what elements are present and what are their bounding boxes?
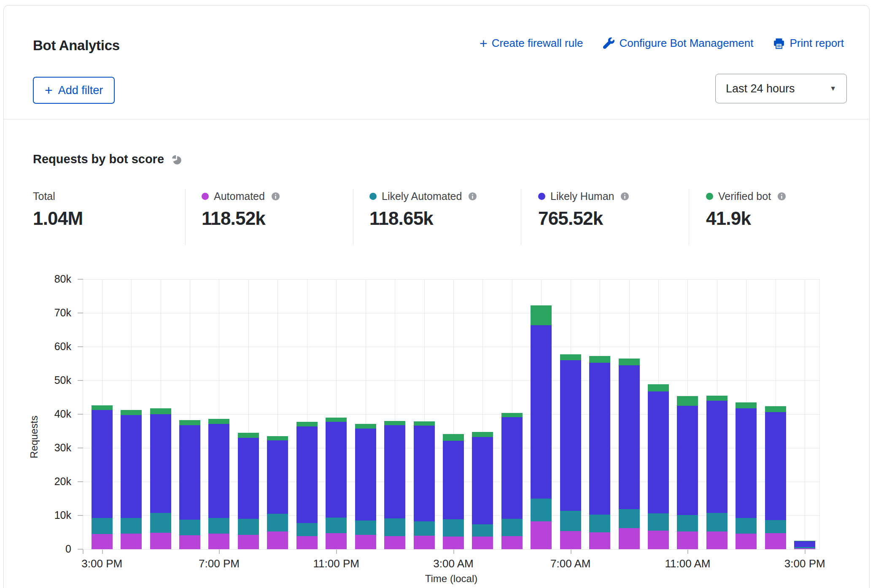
bar-segment-verified-bot[interactable]: [501, 413, 523, 417]
print-report-link[interactable]: Print report: [773, 37, 844, 50]
stacked-bar[interactable]: [472, 432, 493, 549]
bar-segment-likely-automated[interactable]: [414, 521, 435, 536]
bar-segment-verified-bot[interactable]: [150, 408, 171, 414]
bar-segment-automated[interactable]: [560, 531, 581, 549]
bar-segment-automated[interactable]: [150, 533, 171, 549]
stacked-bar[interactable]: [92, 405, 113, 549]
create-firewall-rule-link[interactable]: + Create firewall rule: [480, 37, 583, 50]
bar-segment-verified-bot[interactable]: [706, 396, 728, 401]
bar-segment-automated[interactable]: [384, 536, 405, 549]
bar-segment-likely-automated[interactable]: [238, 519, 259, 535]
bar-segment-likely-automated[interactable]: [121, 518, 142, 534]
bar-segment-verified-bot[interactable]: [121, 410, 142, 415]
stacked-bar[interactable]: [326, 418, 347, 549]
bar-segment-likely-automated[interactable]: [179, 520, 200, 535]
bar-segment-likely-automated[interactable]: [472, 524, 493, 537]
bar-segment-verified-bot[interactable]: [296, 422, 318, 426]
bar-segment-verified-bot[interactable]: [267, 436, 288, 440]
bar-segment-verified-bot[interactable]: [443, 434, 464, 441]
bar-segment-automated[interactable]: [706, 531, 728, 549]
bar-segment-verified-bot[interactable]: [589, 356, 610, 363]
bar-segment-automated[interactable]: [619, 528, 640, 549]
bar-segment-automated[interactable]: [443, 537, 464, 549]
stacked-bar[interactable]: [384, 421, 405, 549]
bar-segment-automated[interactable]: [92, 534, 113, 549]
bar-segment-likely-human[interactable]: [326, 422, 347, 518]
bar-segment-automated[interactable]: [648, 531, 669, 549]
bar-segment-likely-human[interactable]: [238, 438, 259, 519]
bar-segment-automated[interactable]: [326, 533, 347, 549]
info-icon[interactable]: [777, 192, 787, 201]
bar-segment-likely-human[interactable]: [589, 363, 610, 515]
bar-segment-likely-automated[interactable]: [443, 519, 464, 537]
bar-segment-automated[interactable]: [267, 531, 288, 549]
bar-segment-automated[interactable]: [677, 531, 698, 549]
info-icon[interactable]: [271, 192, 280, 201]
stacked-bar[interactable]: [531, 305, 552, 549]
bar-segment-likely-automated[interactable]: [706, 513, 728, 532]
bar-segment-automated[interactable]: [501, 536, 523, 549]
bar-segment-likely-human[interactable]: [355, 429, 376, 521]
stacked-bar[interactable]: [414, 421, 435, 549]
bar-segment-likely-human[interactable]: [150, 414, 171, 513]
bar-segment-likely-automated[interactable]: [648, 513, 669, 531]
bar-segment-automated[interactable]: [208, 534, 229, 549]
bar-segment-likely-human[interactable]: [706, 401, 728, 513]
bar-segment-automated[interactable]: [121, 534, 142, 549]
stacked-bar[interactable]: [443, 434, 464, 549]
bar-segment-likely-human[interactable]: [531, 325, 552, 499]
bar-segment-verified-bot[interactable]: [238, 433, 259, 438]
bar-segment-verified-bot[interactable]: [765, 406, 786, 412]
bar-segment-likely-automated[interactable]: [355, 521, 376, 535]
bar-segment-likely-human[interactable]: [619, 365, 640, 509]
bar-segment-likely-automated[interactable]: [765, 520, 786, 533]
bar-segment-likely-automated[interactable]: [560, 511, 581, 531]
stacked-bar[interactable]: [706, 396, 728, 549]
bar-segment-likely-automated[interactable]: [677, 515, 698, 531]
bar-segment-likely-automated[interactable]: [736, 518, 757, 534]
bar-segment-automated[interactable]: [179, 535, 200, 549]
bar-segment-likely-automated[interactable]: [501, 519, 523, 536]
bar-segment-automated[interactable]: [736, 534, 757, 549]
bar-segment-likely-human[interactable]: [414, 426, 435, 521]
bar-segment-likely-human[interactable]: [267, 440, 288, 514]
bar-segment-verified-bot[interactable]: [414, 421, 435, 426]
stacked-bar[interactable]: [267, 436, 288, 549]
bar-segment-automated[interactable]: [414, 536, 435, 549]
add-filter-button[interactable]: + Add filter: [33, 77, 115, 104]
bar-segment-automated[interactable]: [589, 532, 610, 549]
bar-segment-likely-human[interactable]: [443, 441, 464, 519]
bar-segment-likely-automated[interactable]: [150, 513, 171, 533]
bar-segment-likely-human[interactable]: [208, 424, 229, 518]
bar-segment-verified-bot[interactable]: [619, 359, 640, 365]
stacked-bar[interactable]: [238, 433, 259, 549]
bar-segment-verified-bot[interactable]: [384, 421, 405, 425]
bar-segment-verified-bot[interactable]: [736, 402, 757, 408]
bar-segment-likely-human[interactable]: [648, 391, 669, 514]
bar-segment-verified-bot[interactable]: [208, 419, 229, 424]
stacked-bar[interactable]: [355, 424, 376, 549]
stacked-bar[interactable]: [736, 402, 757, 549]
bar-segment-likely-human[interactable]: [560, 360, 581, 511]
bar-segment-likely-human[interactable]: [472, 437, 493, 524]
bar-segment-likely-automated[interactable]: [92, 518, 113, 534]
stacked-bar[interactable]: [589, 356, 610, 549]
bar-segment-verified-bot[interactable]: [472, 432, 493, 437]
time-range-dropdown[interactable]: Last 24 hours ▼: [715, 74, 847, 103]
bar-segment-likely-human[interactable]: [677, 406, 698, 515]
bar-segment-verified-bot[interactable]: [560, 354, 581, 360]
bar-segment-automated[interactable]: [296, 536, 318, 549]
bar-segment-automated[interactable]: [765, 533, 786, 549]
info-icon[interactable]: [468, 192, 477, 201]
stacked-bar[interactable]: [765, 406, 786, 549]
bar-segment-likely-automated[interactable]: [326, 518, 347, 534]
stacked-bar[interactable]: [179, 420, 200, 549]
stacked-bar[interactable]: [296, 422, 318, 549]
bar-segment-automated[interactable]: [531, 521, 552, 549]
bar-segment-automated[interactable]: [355, 535, 376, 549]
bar-segment-likely-human[interactable]: [501, 417, 523, 519]
bar-segment-likely-human[interactable]: [92, 410, 113, 518]
stacked-bar[interactable]: [501, 413, 523, 549]
bar-segment-verified-bot[interactable]: [179, 420, 200, 425]
bar-segment-verified-bot[interactable]: [677, 396, 698, 406]
